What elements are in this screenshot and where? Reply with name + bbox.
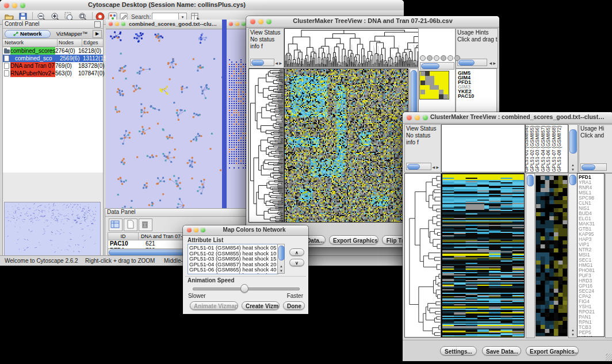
treeview2-row-dendrogram[interactable]: [404, 173, 441, 338]
delete-attribute-icon[interactable]: [139, 219, 152, 231]
scroll-left-icon[interactable]: ◀: [489, 62, 492, 65]
scroll-right-icon[interactable]: ▶: [493, 62, 496, 65]
treeview2-heatmap[interactable]: [441, 173, 525, 338]
column-label: GPL51-04 (GSM857): [540, 126, 546, 172]
treeview2-gene-list: PFD1YRA1RNR4MSL1SPC98CLN1NIS1BUD4ELG1MAK…: [577, 173, 605, 337]
view-status-hscrollbar[interactable]: [250, 59, 274, 66]
gene-label[interactable]: PAC10: [458, 94, 496, 98]
treeview1-usage-hints-panel: Usage Hints Click and drag tc ◀ ▶: [456, 28, 498, 68]
col-header-nodes[interactable]: Nodes: [58, 39, 82, 47]
selected-cluster-matrix[interactable]: [419, 71, 449, 99]
minimize-icon[interactable]: [235, 22, 239, 26]
move-up-button[interactable]: ∧: [289, 248, 304, 256]
create-vizmap-button[interactable]: Create Vizmap: [242, 301, 280, 310]
scroll-down-icon[interactable]: ▼: [571, 333, 575, 336]
scroll-down-icon[interactable]: ▼: [571, 168, 575, 171]
usage-hints-hscrollbar[interactable]: [457, 59, 487, 66]
attribute-list[interactable]: GPL51-01 (GSM854) heat shock 05 minGPL51…: [188, 244, 278, 274]
view-status-label: View Status: [249, 29, 284, 36]
slider-thumb[interactable]: [240, 284, 248, 293]
network-row[interactable]: RNAPuberNov2+563(0)107847(0): [3, 70, 103, 77]
attribute-list-vscrollbar[interactable]: ▲ ▼: [277, 244, 285, 274]
close-icon[interactable]: [407, 115, 412, 120]
treeview2-zoom-matrix[interactable]: [536, 175, 568, 336]
view-status-hscrollbar[interactable]: [406, 163, 431, 170]
export-graphics-button[interactable]: Export Graphics...: [329, 235, 378, 244]
network-name: combined_sco: [10, 55, 60, 62]
network-nodes: 2764(0): [55, 47, 78, 55]
treeview2-title: ClusterMaker TreeView : combined_scores_…: [430, 113, 607, 120]
control-panel: Control Panel Network VizMapper™ ▶ Netwo…: [2, 20, 104, 260]
float-panel-icon[interactable]: [94, 21, 101, 28]
zoom-window-icon[interactable]: [201, 228, 205, 232]
close-icon[interactable]: [250, 19, 255, 24]
zoom-window-icon[interactable]: [121, 22, 125, 26]
scroll-right-icon[interactable]: ▶: [279, 62, 282, 65]
move-down-button[interactable]: ∨: [289, 259, 304, 266]
animate-vizmap-button[interactable]: Animate Vizmap: [190, 301, 238, 310]
faster-label: Faster: [287, 293, 303, 299]
close-icon[interactable]: [109, 22, 113, 26]
resize-grip[interactable]: [606, 354, 612, 361]
zoom-window-icon[interactable]: [423, 115, 428, 120]
column-label: GPL51-02 (GSM855): [529, 126, 535, 172]
network-row[interactable]: combined_sco2569(6)13112(15): [3, 55, 103, 62]
network-canvas-1[interactable]: [106, 29, 222, 214]
treeview2-collabel-vscrollbar[interactable]: ▲ ▼: [568, 124, 578, 173]
scroll-left-icon[interactable]: ◀: [432, 166, 435, 169]
zoom-hscrollbar[interactable]: [420, 62, 454, 70]
close-icon[interactable]: [187, 228, 192, 232]
tab-network[interactable]: Network: [5, 30, 51, 38]
column-label: GPL51-06 (GSM865): [545, 126, 551, 172]
attribute-select-icon[interactable]: [109, 219, 123, 231]
attribute-item[interactable]: GPL51-07 (GSM868) heat shock 60 min: [188, 273, 278, 275]
main-titlebar[interactable]: Cytoscape Desktop (Session Name: collins…: [0, 0, 404, 11]
treeview1-heatmap[interactable]: [284, 68, 408, 223]
network-name: DNA and Tran 07: [10, 62, 55, 70]
gene-label[interactable]: MON2: [579, 335, 604, 337]
zoom-window-icon[interactable]: [242, 22, 246, 26]
minimize-icon[interactable]: [194, 228, 198, 232]
scroll-left-icon[interactable]: ◀: [275, 62, 278, 65]
tab-vizmapper[interactable]: VizMapper™: [53, 30, 90, 37]
settings-button[interactable]: Settings...: [440, 346, 477, 355]
export-graphics-button[interactable]: Export Graphics...: [526, 346, 579, 355]
data-col-id[interactable]: ID: [108, 233, 139, 240]
usage-hints-hscrollbar[interactable]: [580, 163, 607, 171]
treeview2-column-dendrogram[interactable]: [441, 124, 525, 173]
col-header-edges[interactable]: Edges: [82, 39, 98, 47]
treeview2-titlebar[interactable]: ClusterMaker TreeView : combined_scores_…: [403, 112, 612, 124]
zoom-toolbar-icons[interactable]: [420, 55, 460, 61]
zoom-window-icon[interactable]: [266, 19, 271, 24]
minimize-icon[interactable]: [258, 19, 263, 24]
done-button[interactable]: Done: [283, 301, 305, 310]
scroll-up-icon[interactable]: ▲: [571, 328, 575, 332]
save-data-button[interactable]: Save Data...: [482, 346, 521, 355]
treeview1-row-dendrogram[interactable]: [248, 68, 284, 223]
dialog-titlebar[interactable]: Map Colors to Network: [183, 225, 308, 236]
map-colors-dialog: Map Colors to Network Attribute List GPL…: [183, 225, 308, 314]
minimize-icon[interactable]: [115, 22, 119, 26]
treeview2-genelist-vscrollbar[interactable]: ▲ ▼: [568, 173, 577, 338]
network-row[interactable]: DNA and Tran 07769(0)183728(0): [3, 62, 103, 70]
scroll-right-icon[interactable]: ▶: [436, 166, 439, 169]
new-attribute-icon[interactable]: [124, 219, 137, 231]
attribute-list-label: Attribute List: [188, 237, 223, 243]
treeview1-titlebar[interactable]: ClusterMaker TreeView : DNA and Tran 07-…: [246, 16, 499, 28]
view-status-label: View Status: [405, 125, 441, 132]
network-canvas-2[interactable]: [227, 29, 248, 214]
treeview2-usage-hints-panel: Usage Hi Click and: [579, 124, 612, 173]
network-row[interactable]: combined_scores2764(0)16218(0): [3, 47, 103, 55]
network-overview-thumbnail[interactable]: [4, 202, 101, 257]
scroll-down-icon[interactable]: ▼: [280, 269, 283, 273]
col-header-network[interactable]: Network: [3, 39, 58, 47]
scroll-up-icon[interactable]: ▲: [571, 163, 575, 167]
treeview2-heatmap-vscrollbar[interactable]: [526, 173, 535, 338]
close-icon[interactable]: [229, 22, 233, 26]
tab-more-arrow[interactable]: ▶: [93, 30, 102, 38]
network-nodes: 769(0): [55, 62, 78, 70]
cell-id: PAC10: [108, 240, 140, 247]
minimize-icon[interactable]: [415, 115, 420, 120]
scroll-up-icon[interactable]: ▲: [280, 265, 283, 268]
column-label: GPL51-07 (GSM868): [551, 126, 557, 172]
